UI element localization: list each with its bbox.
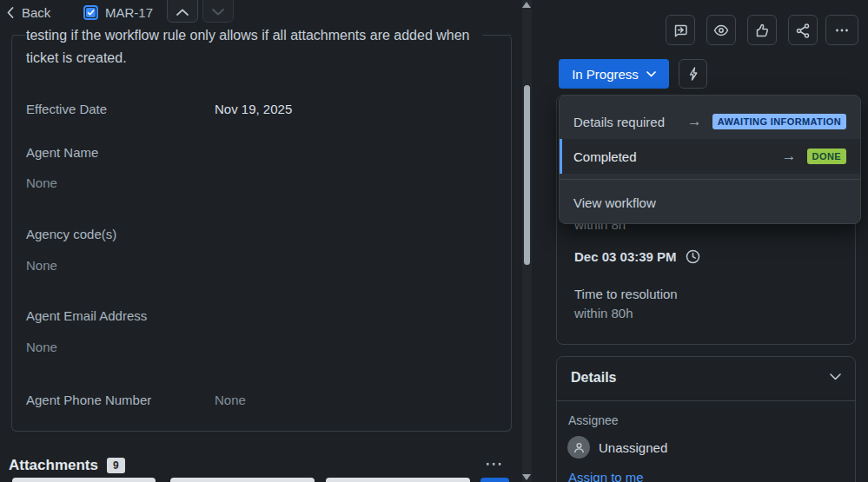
collapse-details-button[interactable] <box>830 373 841 380</box>
next-issue-button[interactable] <box>202 0 234 23</box>
status-dropdown-button[interactable]: In Progress <box>559 59 669 89</box>
chevron-down-icon <box>646 71 656 77</box>
field-value-agent-email[interactable]: None <box>26 340 57 354</box>
sla-resolution-label: Time to resolution <box>574 287 678 301</box>
thumbs-up-icon <box>753 22 771 39</box>
sla-due-time-text: Dec 03 03:39 PM <box>574 249 677 264</box>
chevron-down-icon <box>830 373 841 380</box>
status-badge-done: DONE <box>807 149 846 164</box>
description-text[interactable]: testing if the workflow rule only allows… <box>26 24 491 69</box>
add-internal-note-button[interactable] <box>666 15 695 45</box>
attachment-card-highlighted[interactable] <box>480 478 509 482</box>
clock-icon <box>686 249 700 264</box>
status-label: In Progress <box>572 67 639 82</box>
scrollbar-up-arrow[interactable] <box>522 2 531 8</box>
attachment-card[interactable] <box>326 478 470 482</box>
attachments-more-button[interactable]: ⋯ <box>485 453 505 474</box>
previous-issue-button[interactable] <box>167 0 198 23</box>
attachments-section-title: Attachments 9 <box>9 457 125 474</box>
assignee-field-value[interactable]: Unassigned <box>567 436 667 459</box>
task-type-icon <box>83 5 98 20</box>
menu-item-details-required[interactable]: Details required → AWAITING INFORMATION <box>560 104 860 139</box>
chevron-up-icon <box>176 9 189 16</box>
eye-icon <box>712 22 730 39</box>
sla-due-time: Dec 03 03:39 PM <box>574 249 700 264</box>
description-line: testing if the workflow rule only allows… <box>26 24 491 47</box>
assignee-field-label: Assignee <box>568 413 619 427</box>
field-label-agent-name: Agent Name <box>26 145 98 160</box>
assignee-name: Unassigned <box>599 440 667 455</box>
attachments-title-text: Attachments <box>9 457 98 474</box>
attachment-card[interactable] <box>170 478 315 482</box>
field-label-agent-email: Agent Email Address <box>26 308 147 323</box>
field-value-agent-name[interactable]: None <box>26 175 57 190</box>
status-dropdown-menu: Details required → AWAITING INFORMATION … <box>559 95 861 224</box>
more-horizontal-icon <box>833 22 851 39</box>
description-line: ticket is created. <box>26 47 491 69</box>
field-label-agency-codes: Agency code(s) <box>26 227 116 241</box>
transition-label: Completed <box>573 149 637 164</box>
assign-to-me-link[interactable]: Assign to me <box>568 470 644 482</box>
vote-button[interactable] <box>747 15 777 45</box>
lightning-icon <box>686 66 701 82</box>
field-label-effective-date: Effective Date <box>26 102 107 116</box>
status-badge-awaiting-information: AWAITING INFORMATION <box>712 114 846 129</box>
comment-forward-icon <box>672 22 689 39</box>
back-label: Back <box>22 5 50 20</box>
attachment-card[interactable] <box>12 478 156 482</box>
watch-button[interactable] <box>706 15 736 45</box>
chevron-down-icon <box>212 9 224 16</box>
top-bar <box>0 0 521 24</box>
field-value-agency-codes[interactable]: None <box>26 258 57 273</box>
scrollbar-thumb[interactable] <box>524 85 530 265</box>
details-panel: Details Assignee Unassigned Assign to me <box>556 356 856 482</box>
person-icon <box>573 441 586 454</box>
details-panel-title[interactable]: Details <box>571 370 616 386</box>
share-icon <box>794 22 812 39</box>
field-value-agent-phone[interactable]: None <box>215 393 246 407</box>
field-value-effective-date[interactable]: Nov 19, 2025 <box>215 102 292 116</box>
issue-view: testing if the workflow rule only allows… <box>0 0 868 482</box>
avatar <box>567 436 590 459</box>
more-actions-button[interactable] <box>825 15 858 45</box>
divider <box>557 400 855 401</box>
share-button[interactable] <box>788 15 818 45</box>
sla-resolution-value: within 80h <box>574 306 633 320</box>
issue-key-label: MAR-17 <box>105 5 153 20</box>
automation-button[interactable] <box>679 59 707 89</box>
transition-label: Details required <box>573 115 665 129</box>
arrow-right-icon: → <box>687 113 702 130</box>
field-label-agent-phone: Agent Phone Number <box>26 393 151 407</box>
view-workflow-button[interactable]: View workflow <box>560 185 860 220</box>
divider <box>560 179 860 180</box>
issue-key-breadcrumb[interactable]: MAR-17 <box>83 3 153 22</box>
arrow-right-icon: → <box>782 148 797 165</box>
attachments-count-badge: 9 <box>107 458 125 473</box>
menu-item-completed[interactable]: Completed → DONE <box>560 139 860 174</box>
chevron-left-icon <box>7 7 14 18</box>
back-button[interactable]: Back <box>7 3 50 22</box>
scrollbar-down-arrow[interactable] <box>522 474 531 480</box>
